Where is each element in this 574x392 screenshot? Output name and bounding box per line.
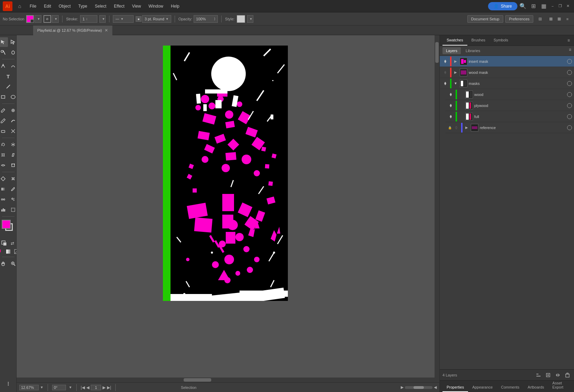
layer-item-plywood[interactable]: plywood (445, 100, 574, 111)
brush-dropdown[interactable]: 3 pt. Round ▼ (142, 15, 171, 23)
perspective-grid-tool[interactable] (0, 174, 8, 184)
scroll-position-bar[interactable] (405, 386, 432, 389)
pencil-tool[interactable] (0, 116, 8, 126)
menu-view[interactable]: View (129, 2, 145, 10)
fill-dropdown[interactable]: ▼ (35, 15, 41, 23)
layer-visibility-toggle-1[interactable] (442, 58, 449, 65)
canvas-area[interactable]: ▼ ▼ |◀ ◀ ▶ ▶| Selection ▶ ◀ (17, 35, 439, 392)
rotation-dropdown-arrow[interactable]: ▼ (69, 385, 72, 389)
sub-tab-layers[interactable]: Layers (442, 47, 461, 54)
layer-item-reference[interactable]: 🔒 ▶ reference (445, 122, 574, 133)
stroke-swatch[interactable]: ⊘ (43, 15, 51, 23)
page-input[interactable] (91, 385, 101, 390)
last-page-btn[interactable]: ▶| (107, 385, 111, 390)
zoom-input[interactable] (19, 385, 39, 390)
swap-colors-icon[interactable]: ⇄ (9, 240, 16, 247)
menu-edit[interactable]: Edit (40, 2, 55, 10)
menu-type[interactable]: Type (75, 2, 91, 10)
restore-button[interactable]: ❐ (557, 3, 564, 10)
menu-file[interactable]: File (26, 2, 40, 10)
panel-menu-icon[interactable]: ≡ (566, 35, 571, 46)
toggle-left-panel-icon[interactable]: ▦ (547, 15, 555, 23)
default-colors-icon[interactable] (1, 240, 8, 247)
menu-help[interactable]: Help (167, 2, 183, 10)
make-sublayer-icon[interactable] (535, 371, 542, 379)
layer-expand-3[interactable]: ▼ (453, 81, 458, 86)
layer-target-7[interactable] (567, 125, 572, 130)
preferences-button[interactable]: Preferences (505, 15, 533, 23)
layer-target-4[interactable] (567, 92, 572, 97)
color-mode-icon[interactable] (0, 248, 3, 255)
rotation-input[interactable] (52, 385, 66, 390)
blend-tool[interactable] (0, 195, 8, 204)
layer-visibility-toggle-3[interactable] (442, 80, 449, 87)
layer-item-full[interactable]: full (445, 111, 574, 122)
layer-visibility-toggle-4[interactable] (447, 91, 454, 98)
prev-page-btn[interactable]: ◀ (86, 385, 89, 390)
layer-visibility-toggle-6[interactable] (447, 113, 454, 120)
stroke-weight-input[interactable]: 1 ↕ (80, 15, 97, 23)
fill-color[interactable] (2, 220, 11, 229)
gradient-tool[interactable] (0, 184, 8, 194)
next-page-btn[interactable]: ▶ (103, 385, 106, 390)
document-setup-button[interactable]: Document Setup (467, 15, 503, 23)
tab-properties[interactable]: Properties (442, 383, 468, 392)
fill-swatch[interactable] (26, 15, 34, 23)
tab-swatches[interactable]: Swatches (442, 35, 467, 46)
layer-item-wood[interactable]: wood (445, 89, 574, 100)
paintbrush-tool[interactable] (0, 106, 8, 115)
close-tab-icon[interactable]: ✕ (105, 28, 108, 33)
type-tool[interactable]: T (3, 71, 13, 81)
stroke-weight-dropdown[interactable]: ▼ (99, 15, 106, 23)
gradient-mode-icon[interactable] (5, 248, 12, 255)
layer-target-6[interactable] (567, 114, 572, 119)
search-icon[interactable]: 🔍 (518, 1, 528, 11)
layer-expand-1[interactable]: ▶ (453, 59, 458, 64)
line-segment-tool[interactable] (3, 82, 13, 91)
panel-icon[interactable]: ▦ (539, 1, 548, 11)
graph-tool[interactable] (0, 205, 8, 215)
menu-object[interactable]: Object (55, 2, 74, 10)
arrange-windows-icon[interactable]: ⊞ (528, 1, 538, 11)
tab-appearance[interactable]: Appearance (468, 383, 497, 392)
menu-effect[interactable]: Effect (110, 2, 128, 10)
horizontal-scroll-thumb[interactable] (184, 378, 211, 382)
minimize-button[interactable]: − (549, 3, 556, 10)
more-options-icon[interactable]: ≡ (564, 15, 571, 23)
create-new-layer-icon[interactable] (544, 371, 552, 379)
arrange-artboards-icon[interactable]: ⊞ (535, 14, 545, 24)
pen-tool[interactable] (0, 61, 8, 71)
layer-expand-2[interactable]: ▶ (453, 70, 458, 75)
rectangle-tool[interactable] (0, 92, 8, 102)
style-swatch[interactable] (237, 15, 245, 23)
width-tool[interactable] (0, 160, 8, 170)
vertical-scroll-thumb[interactable] (435, 42, 439, 63)
variable-width-profile[interactable]: ⸻ ▼ (113, 15, 134, 23)
tab-comments[interactable]: Comments (497, 383, 523, 392)
eraser-tool[interactable] (0, 126, 8, 136)
tab-symbols[interactable]: Symbols (489, 35, 512, 46)
sub-tab-libraries[interactable]: Libraries (462, 47, 484, 54)
more-tools-icon[interactable] (3, 379, 13, 389)
delete-layer-icon[interactable] (564, 371, 571, 379)
layer-item-masks[interactable]: ▼ masks (440, 78, 574, 89)
scale-tool[interactable] (0, 150, 8, 160)
move-selection-icon[interactable] (554, 371, 562, 379)
sub-panel-menu-icon[interactable]: ≡ (569, 47, 571, 54)
magic-wand-tool[interactable] (0, 48, 8, 57)
layer-target-3[interactable] (567, 81, 572, 86)
home-icon[interactable]: ⌂ (15, 2, 24, 11)
layer-item-insert-mask[interactable]: ▶ insert mask (440, 56, 574, 67)
rotate-tool[interactable] (0, 140, 8, 149)
close-button[interactable]: ✕ (564, 3, 571, 10)
layer-item-wood-mask[interactable]: ▶ wood mask (440, 67, 574, 78)
stroke-dropdown[interactable]: ▼ (52, 15, 59, 23)
share-button[interactable]: 👤 Share (488, 2, 517, 10)
layer-visibility-toggle-2[interactable] (442, 69, 449, 76)
layer-target-1[interactable] (567, 59, 572, 64)
tab-artboards[interactable]: Artboards (524, 383, 548, 392)
zoom-dropdown-arrow[interactable]: ▼ (40, 385, 43, 389)
first-page-btn[interactable]: |◀ (81, 385, 85, 390)
style-dropdown[interactable]: ▼ (247, 15, 253, 23)
tab-asset-export[interactable]: Asset Export (548, 379, 571, 392)
